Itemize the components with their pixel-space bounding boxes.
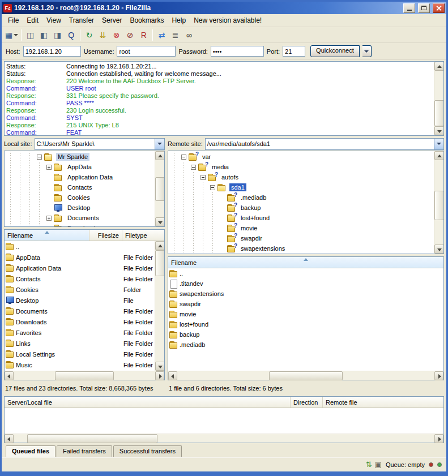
scrollbar-thumb[interactable] — [434, 191, 444, 220]
tree-item-appdata[interactable]: AppData — [6, 162, 154, 172]
tree-item-desktop[interactable]: Desktop — [6, 203, 154, 213]
file-row[interactable]: DocumentsFile Folder — [5, 306, 155, 316]
menu-item-new-version-available[interactable]: New version available! — [190, 15, 266, 26]
scroll-left-icon[interactable] — [168, 371, 177, 380]
column-header-filename[interactable]: Filename — [5, 230, 89, 241]
file-row[interactable]: CookiesFolder — [5, 284, 155, 295]
disconnect-button[interactable]: ⊘ — [123, 28, 136, 41]
local-list-scrollbar[interactable] — [155, 241, 164, 371]
minus-expander-icon[interactable] — [37, 155, 42, 160]
minus-expander-icon[interactable] — [191, 165, 196, 170]
scrollbar-track[interactable] — [157, 434, 434, 443]
file-row[interactable]: ContactsFile Folder — [5, 273, 155, 284]
scrollbar-thumb[interactable] — [27, 434, 157, 443]
menu-item-bookmarks[interactable]: Bookmarks — [126, 15, 168, 26]
file-row[interactable]: Application DataFile Folder — [5, 263, 155, 273]
username-input[interactable]: root — [117, 46, 176, 57]
menu-item-help[interactable]: Help — [168, 15, 190, 26]
file-row[interactable]: Local SettingsFile Folder — [5, 349, 155, 359]
file-row[interactable]: movie — [168, 309, 443, 319]
quickconnect-dropdown-button[interactable] — [362, 45, 372, 57]
menu-item-file[interactable]: File — [4, 15, 23, 26]
scroll-left-icon[interactable] — [5, 371, 14, 380]
refresh-button[interactable]: ↻ — [83, 28, 96, 41]
tab-failed-transfers[interactable]: Failed transfers — [57, 445, 112, 457]
menu-item-server[interactable]: Server — [98, 15, 126, 26]
scroll-down-icon[interactable] — [155, 217, 165, 226]
scrollbar-thumb[interactable] — [434, 100, 444, 126]
tree-item-swapdir[interactable]: ?swapdir — [169, 233, 433, 243]
file-row[interactable]: FavoritesFile Folder — [5, 327, 155, 338]
tree-item-downloads[interactable]: Downloads — [6, 223, 154, 227]
tree-item-swapextensions[interactable]: ?swapextensions — [169, 243, 433, 254]
scrollbar-track[interactable] — [434, 160, 443, 191]
local-site-combo[interactable]: C:\Users\Mr Sparkle\ — [35, 138, 165, 150]
minimize-button[interactable] — [403, 3, 415, 13]
host-input[interactable]: 192.168.1.20 — [23, 46, 81, 57]
file-row[interactable]: DesktopFile — [5, 295, 155, 306]
log-scrollbar[interactable] — [434, 62, 443, 135]
tree-item-contacts[interactable]: Contacts — [6, 182, 154, 192]
column-header-remote-file[interactable]: Remote file — [323, 397, 443, 408]
scroll-right-icon[interactable] — [434, 371, 443, 380]
port-input[interactable]: 21 — [283, 46, 305, 57]
combo-dropdown-icon[interactable] — [155, 139, 164, 149]
toggle-queue-button[interactable]: Q — [65, 28, 78, 41]
toggle-log-button[interactable]: ◫ — [24, 28, 37, 41]
tab-successful-transfers[interactable]: Successful transfers — [113, 445, 182, 457]
tree-item-media[interactable]: ?media — [169, 162, 433, 172]
tree-item-lost-found[interactable]: ?lost+found — [169, 213, 433, 223]
scrollbar-track[interactable] — [155, 276, 164, 362]
find-button[interactable]: ∞ — [182, 28, 195, 41]
scrollbar-thumb[interactable] — [269, 371, 343, 380]
process-queue-button[interactable]: ⇊ — [96, 28, 109, 41]
scroll-up-icon[interactable] — [155, 151, 165, 160]
file-row[interactable]: LinksFile Folder — [5, 338, 155, 349]
minus-expander-icon[interactable] — [200, 175, 206, 180]
minus-expander-icon[interactable] — [181, 155, 186, 160]
file-row[interactable]: swapextensions — [168, 289, 443, 299]
scroll-up-icon[interactable] — [155, 241, 164, 250]
scroll-left-icon[interactable] — [5, 434, 14, 443]
tree-item-dvd[interactable]: ?dvd — [169, 254, 433, 254]
menu-item-transfer[interactable]: Transfer — [65, 15, 98, 26]
toggle-local-tree-button[interactable]: ◧ — [37, 28, 50, 41]
tree-item-mediadb[interactable]: ?.mediadb — [169, 192, 433, 203]
scrollbar-track[interactable] — [177, 371, 269, 380]
column-header-filename[interactable]: Filename — [168, 257, 443, 268]
tree-item-application-data[interactable]: Application Data — [6, 172, 154, 182]
scrollbar-track[interactable] — [155, 160, 164, 177]
file-row[interactable]: .. — [5, 241, 155, 252]
column-header-filetype[interactable]: Filetype — [122, 230, 164, 241]
plus-expander-icon[interactable] — [46, 165, 52, 170]
scrollbar-track[interactable] — [114, 371, 155, 380]
restore-button[interactable] — [418, 3, 430, 13]
plus-expander-icon[interactable] — [46, 216, 52, 221]
scrollbar-thumb[interactable] — [155, 250, 164, 276]
scroll-right-icon[interactable] — [434, 434, 443, 443]
scrollbar-track[interactable] — [14, 434, 27, 443]
tree-item-cookies[interactable]: Cookies — [6, 192, 154, 203]
queue-hscrollbar[interactable] — [5, 434, 443, 443]
tree-item-documents[interactable]: Documents — [6, 213, 154, 223]
scroll-down-icon[interactable] — [434, 126, 444, 135]
file-row[interactable]: MusicFile Folder — [5, 359, 155, 370]
combo-dropdown-icon[interactable] — [434, 139, 443, 149]
titlebar[interactable]: Fz 192.168.1.20 - root@192.168.1.20 - Fi… — [2, 2, 446, 14]
column-header-filesize[interactable]: Filesize — [89, 230, 122, 241]
site-manager-button[interactable]: ▦ — [5, 28, 19, 41]
scroll-down-icon[interactable] — [155, 362, 164, 371]
file-row[interactable]: AppDataFile Folder — [5, 252, 155, 263]
file-row[interactable]: .titandev — [168, 278, 443, 289]
scrollbar-track[interactable] — [434, 220, 443, 245]
file-row[interactable]: swapdir — [168, 299, 443, 309]
scrollbar-thumb[interactable] — [155, 177, 165, 201]
tab-queued-files[interactable]: Queued files — [6, 445, 56, 457]
cancel-button[interactable]: ⊗ — [110, 28, 123, 41]
menu-item-edit[interactable]: Edit — [23, 15, 42, 26]
scrollbar-track[interactable] — [155, 201, 164, 218]
remote-tree-scrollbar[interactable] — [434, 151, 443, 254]
file-row[interactable]: backup — [168, 329, 443, 340]
tree-item-movie[interactable]: ?movie — [169, 223, 433, 233]
file-row[interactable]: .mediadb — [168, 340, 443, 350]
